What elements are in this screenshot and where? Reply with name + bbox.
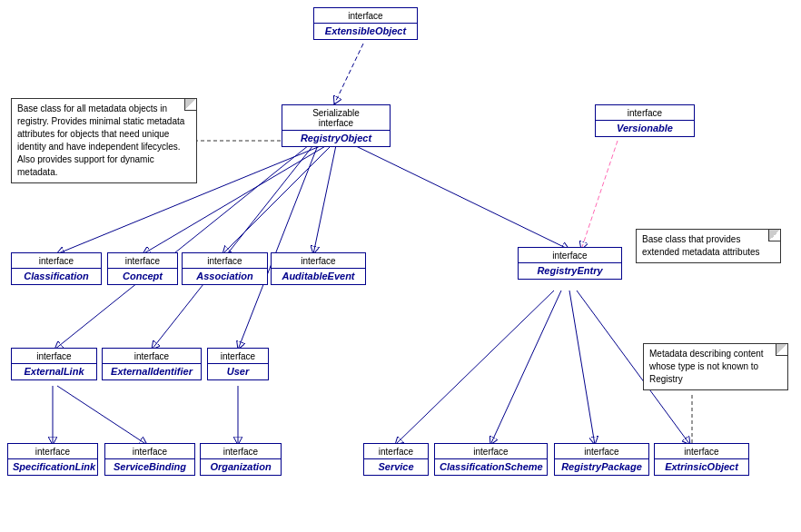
classname-registryEntry: RegistryEntry xyxy=(523,265,617,276)
classname-organization: Organization xyxy=(205,461,276,472)
uml-box-registryEntry: interface RegistryEntry xyxy=(518,247,622,280)
uml-box-registryPackage: interface RegistryPackage xyxy=(554,443,649,476)
uml-box-auditableEvent: interface AuditableEvent xyxy=(271,252,366,285)
svg-line-3 xyxy=(222,145,331,254)
svg-line-18 xyxy=(57,386,147,445)
stereotype-association: interface xyxy=(187,256,262,266)
classname-extrinsicObject: ExtrinsicObject xyxy=(659,461,744,472)
note-extrinsic-text: Metadata describing content whose type i… xyxy=(649,349,764,384)
stereotype-concept: interface xyxy=(113,256,173,266)
stereotype-auditableEvent: interface xyxy=(276,256,361,266)
svg-line-11 xyxy=(490,291,561,445)
classname-specificationLink: SpecificationLink xyxy=(13,461,93,472)
stereotype-versionable: interface xyxy=(600,108,689,118)
svg-line-12 xyxy=(569,291,595,445)
svg-line-4 xyxy=(313,145,336,254)
note-versionable-text: Base class that provides extended metada… xyxy=(642,234,760,257)
classname-registryObject: RegistryObject xyxy=(287,133,385,143)
classname-serviceBinding: ServiceBinding xyxy=(110,461,190,472)
uml-box-specificationLink: interface SpecificationLink xyxy=(7,443,98,476)
classname-extensibleObject: ExtensibleObject xyxy=(319,25,412,36)
classname-concept: Concept xyxy=(113,271,173,281)
stereotype-serviceBinding: interface xyxy=(110,447,190,457)
uml-box-organization: interface Organization xyxy=(200,443,282,476)
classname-auditableEvent: AuditableEvent xyxy=(276,271,361,281)
classname-user: User xyxy=(213,366,263,377)
uml-box-extensibleObject: interface ExtensibleObject xyxy=(313,7,418,40)
svg-line-0 xyxy=(334,44,363,104)
stereotype-user: interface xyxy=(213,351,263,361)
stereotype-registryObject: Serializableinterface xyxy=(287,108,385,128)
classname-service: Service xyxy=(369,461,423,472)
stereotype-externalIdentifier: interface xyxy=(107,351,196,361)
uml-box-externalLink: interface ExternalLink xyxy=(11,348,97,380)
svg-line-7 xyxy=(238,145,318,350)
note-extrinsic: Metadata describing content whose type i… xyxy=(643,343,788,390)
stereotype-specificationLink: interface xyxy=(13,447,93,457)
stereotype-externalLink: interface xyxy=(16,351,92,361)
uml-box-externalIdentifier: interface ExternalIdentifier xyxy=(102,348,202,380)
classname-versionable: Versionable xyxy=(600,123,689,133)
svg-line-8 xyxy=(354,145,569,250)
classname-classification: Classification xyxy=(16,271,96,281)
stereotype-extrinsicObject: interface xyxy=(659,447,744,457)
uml-box-classification: interface Classification xyxy=(11,252,102,285)
uml-box-classificationScheme: interface ClassificationScheme xyxy=(434,443,548,476)
uml-box-extrinsicObject: interface ExtrinsicObject xyxy=(654,443,749,476)
uml-box-versionable: interface Versionable xyxy=(595,104,695,137)
classname-registryPackage: RegistryPackage xyxy=(559,461,644,472)
uml-box-association: interface Association xyxy=(182,252,268,285)
note-registryObject: Base class for all metadata objects in r… xyxy=(11,98,197,183)
classname-classificationScheme: ClassificationScheme xyxy=(440,461,542,472)
stereotype-registryEntry: interface xyxy=(523,251,617,261)
stereotype-classification: interface xyxy=(16,256,96,266)
uml-box-user: interface User xyxy=(207,348,269,380)
uml-box-serviceBinding: interface ServiceBinding xyxy=(104,443,195,476)
stereotype-service: interface xyxy=(369,447,423,457)
note-registryObject-text: Base class for all metadata objects in r… xyxy=(17,103,184,177)
svg-line-9 xyxy=(581,141,618,250)
note-versionable: Base class that provides extended metada… xyxy=(636,229,781,263)
stereotype-organization: interface xyxy=(205,447,276,457)
stereotype-registryPackage: interface xyxy=(559,447,644,457)
classname-association: Association xyxy=(187,271,262,281)
stereotype-classificationScheme: interface xyxy=(440,447,542,457)
svg-line-10 xyxy=(395,291,554,445)
uml-box-concept: interface Concept xyxy=(107,252,178,285)
classname-externalLink: ExternalLink xyxy=(16,366,92,377)
classname-externalIdentifier: ExternalIdentifier xyxy=(107,366,196,377)
stereotype-extensibleObject: interface xyxy=(319,11,412,21)
uml-box-registryObject: Serializableinterface RegistryObject xyxy=(282,104,391,147)
uml-box-service: interface Service xyxy=(363,443,429,476)
